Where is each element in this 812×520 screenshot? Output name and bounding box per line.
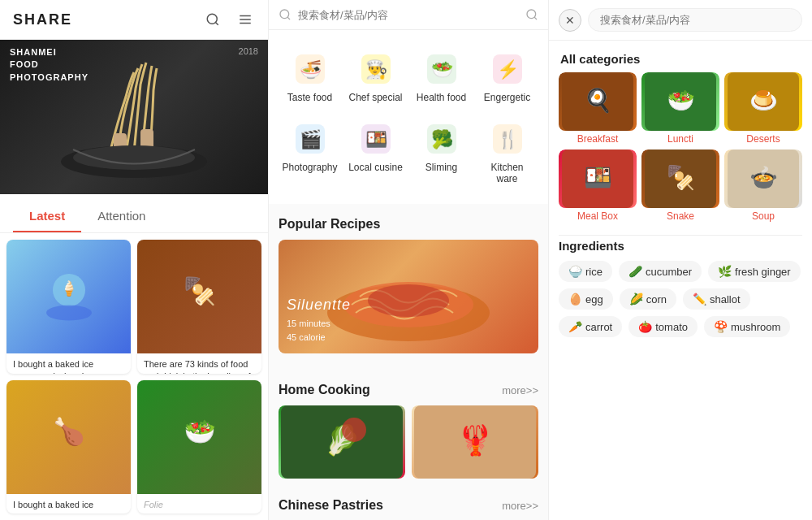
hero-line1: SHANMEI (10, 46, 89, 58)
ingredient-corn[interactable]: 🌽 corn (620, 288, 676, 310)
home-cooking-header: Home Cooking more>> (279, 383, 538, 397)
ingredient-egg[interactable]: 🥚 egg (559, 288, 613, 310)
svg-point-8 (73, 145, 195, 170)
all-categories-title: All categories (549, 41, 812, 72)
ingredient-rice[interactable]: 🍚 rice (559, 261, 612, 282)
ingredient-tomato[interactable]: 🍅 tomato (628, 316, 698, 337)
category-photography[interactable]: 🎬 Photography (279, 113, 341, 191)
fresh-ginger-label: fresh ginger (735, 266, 791, 278)
svg-text:🦞: 🦞 (457, 422, 494, 457)
taste-food-label: Taste food (287, 92, 332, 103)
local-cusine-label: Local cusine (348, 162, 403, 173)
mushroom-label: mushroom (731, 321, 780, 333)
ingredient-fresh-ginger[interactable]: 🌿 fresh ginger (708, 261, 801, 282)
shallot-label: shallot (710, 293, 741, 306)
svg-point-0 (207, 14, 217, 24)
category-mealbox[interactable]: 🍱 Meal Box (559, 150, 637, 222)
svg-text:🥗: 🥗 (667, 87, 695, 114)
recipe-info: Siluentte 15 minutes 45 calorie (287, 293, 351, 345)
svg-line-16 (287, 17, 290, 20)
category-local-cusine[interactable]: 🍱 Local cusine (344, 113, 407, 191)
category-snake[interactable]: 🍢 Snake (641, 150, 719, 222)
search-icon[interactable] (203, 10, 222, 29)
feed-card[interactable]: 🍢 There are 73 kinds of food and drink i… (137, 240, 261, 374)
search-submit-icon[interactable] (525, 8, 538, 21)
tabs-row: Latest Attention (0, 201, 268, 233)
cucumber-label: cucumber (646, 266, 692, 278)
recipe-name: Siluentte (287, 293, 351, 317)
lunch-image: 🥗 (641, 72, 719, 131)
svg-text:🍱: 🍱 (365, 128, 387, 150)
corn-icon: 🌽 (629, 292, 643, 306)
feed-card-text: I bought a baked ice cream,and when I fi… (13, 358, 124, 374)
category-taste-food[interactable]: 🍜 Taste food (279, 43, 341, 110)
home-cooking-item-1[interactable]: 🥬 (279, 405, 405, 479)
feed-card[interactable]: 🍦 I bought a baked ice cream,and when I … (6, 240, 131, 374)
divider (559, 235, 802, 236)
svg-text:🍜: 🍜 (299, 58, 322, 80)
search-input-right[interactable] (588, 8, 802, 32)
chinese-pastries-more[interactable]: more>> (502, 500, 538, 512)
svg-text:👨‍🍳: 👨‍🍳 (365, 58, 387, 80)
home-cooking-item-2[interactable]: 🦞 (412, 405, 538, 479)
feed-list: 🍦 I bought a baked ice cream,and when I … (0, 233, 268, 520)
middle-panel: 🍜 Taste food 👨‍🍳 Chef special 🥗 Health f… (268, 0, 548, 520)
feed-card[interactable]: 🍗 I bought a baked ice cream,and when I … (6, 380, 131, 514)
chinese-pastries-header: Chinese Pastries more>> (279, 498, 538, 513)
ingredient-cucumber[interactable]: 🥒 cucumber (619, 261, 702, 282)
svg-text:🍲: 🍲 (749, 164, 778, 191)
category-health-food[interactable]: 🥗 Health food (410, 43, 473, 110)
category-sliming[interactable]: 🥦 Sliming (410, 113, 473, 191)
feed-card-text: Folie (144, 499, 255, 511)
carrot-label: carrot (585, 321, 612, 333)
feed-card[interactable]: 🥗 Folie Folie ❤ 218 (137, 380, 261, 514)
hero-line2: FOOD (10, 58, 89, 71)
ingredient-mushroom[interactable]: 🍄 mushroom (704, 316, 790, 337)
health-food-icon: 🥗 (422, 50, 461, 89)
svg-text:🍗: 🍗 (53, 416, 85, 447)
hero-line3: PHOTOGRAPHY (10, 72, 89, 84)
ingredient-shallot[interactable]: ✏️ shallot (683, 288, 750, 310)
feed-card-image: 🍦 (6, 240, 131, 353)
menu-icon[interactable] (235, 10, 255, 29)
close-button[interactable]: ✕ (559, 9, 581, 32)
ingredients-tags: 🍚 rice 🥒 cucumber 🌿 fresh ginger 🥚 egg 🌽… (559, 261, 802, 337)
shallot-icon: ✏️ (693, 292, 706, 306)
svg-text:🍢: 🍢 (184, 275, 216, 306)
soup-image: 🍲 (724, 150, 802, 208)
svg-text:🍳: 🍳 (584, 87, 612, 114)
feed-card-image: 🍗 (6, 380, 131, 494)
health-food-label: Health food (417, 92, 466, 103)
feed-card-body: I bought a baked ice cream,and when I fi… (6, 494, 131, 514)
hero-year: 2018 (239, 46, 258, 56)
hero-image: SHANMEI FOOD PHOTOGRAPHY 2018 (0, 40, 268, 194)
ingredient-carrot[interactable]: 🥕 carrot (559, 316, 622, 337)
svg-text:🎬: 🎬 (299, 128, 322, 150)
soup-label: Soup (752, 210, 775, 222)
breakfast-label: Breakfast (577, 133, 619, 145)
search-input-middle[interactable] (298, 9, 519, 21)
popular-recipes-section: Popular Recipes Siluentte 15 minutes 45 (269, 204, 548, 370)
category-lunch[interactable]: 🥗 Luncti (641, 72, 719, 145)
right-header: ✕ (549, 0, 812, 41)
category-chef-special[interactable]: 👨‍🍳 Chef special (344, 43, 407, 110)
tab-latest[interactable]: Latest (13, 201, 81, 232)
popular-recipe-image[interactable]: Siluentte 15 minutes 45 calorie (279, 240, 538, 353)
category-kitchen-ware[interactable]: 🍴 Kitchen ware (476, 113, 538, 191)
tomato-label: tomato (655, 321, 688, 333)
egg-label: egg (585, 293, 603, 306)
category-breakfast[interactable]: 🍳 Breakfast (559, 72, 637, 145)
svg-text:🍱: 🍱 (584, 164, 612, 191)
right-panel: ✕ All categories 🍳 Breakfast 🥗 Luncti 🍮 … (548, 0, 812, 520)
category-engergetic[interactable]: ⚡ Engergetic (476, 43, 538, 110)
rice-label: rice (585, 266, 603, 278)
category-deserts[interactable]: 🍮 Deserts (724, 72, 802, 145)
photography-icon: 🎬 (291, 119, 330, 158)
home-cooking-more[interactable]: more>> (502, 384, 538, 396)
mushroom-icon: 🍄 (714, 320, 728, 333)
tab-attention[interactable]: Attention (81, 201, 162, 232)
sliming-label: Sliming (425, 162, 457, 173)
photography-label: Photography (282, 162, 337, 173)
category-soup[interactable]: 🍲 Soup (724, 150, 802, 222)
engergetic-label: Engergetic (484, 92, 530, 103)
